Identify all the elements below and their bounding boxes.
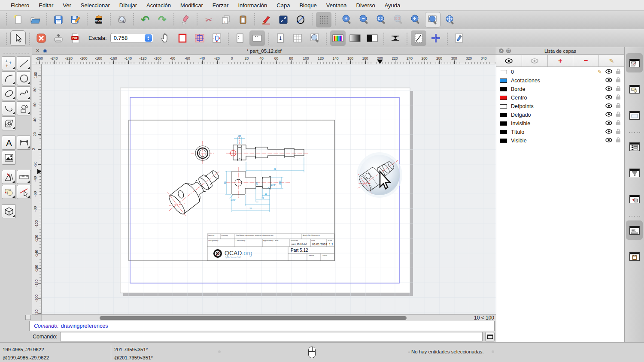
menu-item[interactable]: Fichero	[6, 2, 34, 9]
text-tool-button[interactable]: A	[2, 136, 16, 150]
bw-mode-button[interactable]	[365, 30, 380, 46]
circle-tool-button[interactable]	[17, 71, 31, 85]
spline-tool-button[interactable]	[17, 86, 31, 100]
shape-tool-button[interactable]	[17, 101, 31, 115]
menu-item[interactable]: Diverso	[352, 2, 380, 9]
command-line-panel-button[interactable]	[626, 220, 643, 240]
block-tool-button[interactable]	[2, 185, 16, 199]
layer-row[interactable]: Acotaciones ✎	[496, 76, 624, 85]
scale-input[interactable]	[111, 35, 142, 41]
page-crop-button[interactable]	[192, 30, 207, 46]
selection-filter-panel-button[interactable]	[626, 163, 643, 182]
show-all-layers-button[interactable]	[496, 55, 522, 66]
layer-lock-icon[interactable]	[616, 120, 621, 127]
toolbar-handle[interactable]	[109, 13, 112, 26]
toolbar-handle[interactable]	[195, 13, 199, 26]
pdf-export-button[interactable]: PDF	[68, 30, 83, 46]
layer-lock-icon[interactable]	[616, 77, 621, 84]
palette-handle[interactable]	[3, 51, 30, 55]
color-mode-button[interactable]	[330, 30, 346, 46]
drawing-viewport[interactable]: Item ref Quantity Title/Name, destinatio…	[42, 64, 496, 314]
menu-item[interactable]: Acotación	[142, 2, 176, 9]
layer-row[interactable]: Visible ✎	[496, 136, 624, 145]
toolbar-handle[interactable]	[310, 13, 314, 26]
menu-item[interactable]: Seleccionar	[76, 2, 115, 9]
layer-lock-icon[interactable]	[616, 137, 621, 144]
hide-all-layers-button[interactable]	[522, 55, 548, 66]
layer-list-panel-button[interactable]	[626, 53, 643, 72]
block-list-panel-button[interactable]	[626, 79, 643, 99]
menu-item[interactable]: Bloque	[295, 2, 321, 9]
menu-item[interactable]: Dibujar	[115, 2, 142, 9]
ellipse-draw-tool-button[interactable]	[2, 86, 16, 100]
toolbar-handle[interactable]	[5, 32, 8, 45]
grayscale-mode-button[interactable]	[347, 30, 363, 46]
draw-pencil-button[interactable]	[258, 12, 274, 27]
drawing-border-button[interactable]	[411, 30, 426, 46]
layer-visibility-icon[interactable]	[605, 86, 612, 92]
toolbar-handle[interactable]	[446, 32, 449, 45]
zoom-in-button[interactable]: +	[339, 12, 355, 27]
scale-combo[interactable]: ▲▼	[110, 33, 153, 43]
property-editor-panel-button[interactable]	[626, 137, 643, 156]
h-scrollbar[interactable]: 10 < 100	[32, 314, 496, 321]
menu-item[interactable]: Ayuda	[380, 2, 405, 9]
toolbar-handle[interactable]	[132, 13, 135, 26]
point-tool-button[interactable]: +++	[2, 56, 16, 70]
zoom-auto-button[interactable]	[374, 12, 389, 27]
landscape-button[interactable]	[249, 30, 265, 46]
eraser-button[interactable]	[178, 12, 193, 27]
portrait-button[interactable]	[232, 30, 248, 46]
toolbar-handle[interactable]	[325, 32, 328, 45]
layer-visibility-icon[interactable]	[605, 138, 612, 144]
layer-row[interactable]: Defpoints ✎	[496, 102, 624, 111]
copy-button[interactable]: +	[218, 12, 234, 27]
toolbar-handle[interactable]	[382, 32, 386, 45]
toolbar-handle[interactable]	[267, 32, 270, 45]
arc-tool-button[interactable]	[2, 71, 16, 85]
new-file-button[interactable]	[10, 12, 26, 27]
toolbar-handle[interactable]	[334, 13, 337, 26]
pan-hand-button[interactable]	[158, 30, 173, 46]
zoom-selection-button[interactable]	[391, 12, 406, 27]
layer-visibility-icon[interactable]	[605, 69, 612, 75]
hatch-tool-button[interactable]	[2, 116, 16, 130]
layer-lock-icon[interactable]	[616, 129, 621, 136]
toolbar-handle[interactable]	[5, 13, 8, 26]
h-scrollbar-thumb[interactable]	[100, 316, 407, 320]
cut-button[interactable]: ✂	[201, 12, 216, 27]
print-preview-button[interactable]	[114, 12, 130, 27]
line-tool-button[interactable]	[17, 56, 31, 70]
menu-item[interactable]: Ventana	[322, 2, 352, 9]
edit-layer-button[interactable]: ✎	[599, 55, 624, 66]
layer-row[interactable]: Delgado ✎	[496, 111, 624, 119]
zoom-window-button[interactable]	[425, 12, 440, 27]
svg-export-button[interactable]: SVG	[91, 12, 106, 27]
layer-row[interactable]: Centro ✎	[496, 94, 624, 102]
settings-button[interactable]	[451, 30, 467, 46]
dimension-tool-button[interactable]	[17, 136, 31, 150]
single-page-button[interactable]: 1	[273, 30, 288, 46]
menu-item[interactable]: Modificar	[176, 2, 208, 9]
pen-compress-button[interactable]	[388, 30, 403, 46]
toolbar-handle[interactable]	[227, 32, 230, 45]
toolbar-handle[interactable]	[405, 32, 409, 45]
toolbar-handle[interactable]	[28, 32, 31, 45]
layer-lock-icon[interactable]	[616, 69, 621, 75]
toolbar-handle[interactable]	[85, 13, 89, 26]
command-input[interactable]	[60, 332, 483, 341]
menu-item[interactable]: Información	[233, 2, 272, 9]
distance-tool-button[interactable]	[276, 12, 291, 27]
redo-button[interactable]: ↷	[155, 12, 170, 27]
layer-row[interactable]: Invisible ✎	[496, 119, 624, 128]
paste-button[interactable]	[235, 12, 251, 27]
layer-visibility-icon[interactable]	[605, 121, 612, 127]
save-button[interactable]	[51, 12, 66, 27]
view-list-panel-button[interactable]	[626, 106, 643, 125]
menu-item[interactable]: Editar	[34, 2, 58, 9]
layer-row[interactable]: 0 ✎	[496, 68, 624, 76]
ellipse-tool-button[interactable]	[293, 12, 308, 27]
layer-lock-icon[interactable]	[616, 103, 621, 110]
toolbar-handle[interactable]	[253, 13, 256, 26]
zoom-previous-button[interactable]	[408, 12, 423, 27]
